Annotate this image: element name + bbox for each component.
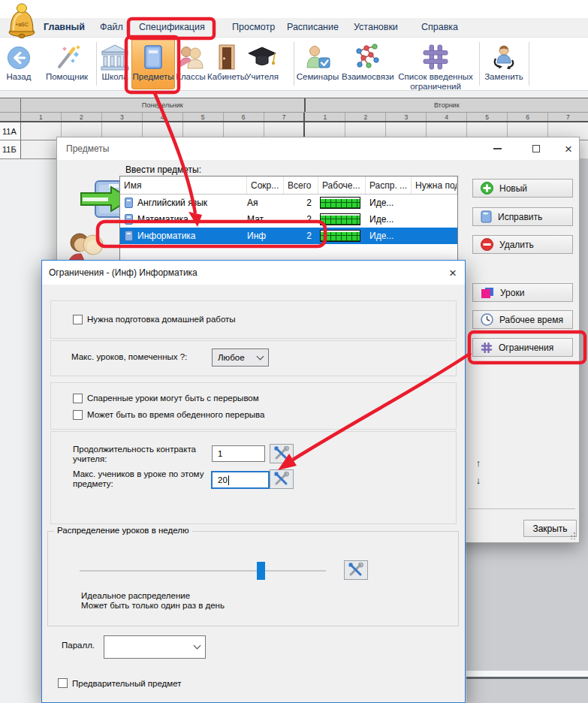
double-lessons-checkbox[interactable] <box>73 394 83 403</box>
maximize-button[interactable] <box>528 140 544 157</box>
toolbar-constraints-list-button[interactable]: Список введенных ограничений <box>396 39 475 91</box>
toolbar: Назад Помощник Школа Предметы Классы <box>0 38 588 91</box>
subjects-book-icon <box>132 39 174 71</box>
double-lessons-label[interactable]: Спаренные уроки могут быть с перерывом <box>87 394 259 403</box>
contract-tools-button[interactable] <box>270 444 294 463</box>
minimize-button[interactable] <box>489 140 505 157</box>
subject-book-icon <box>125 231 133 241</box>
subjects-dialog-titlebar[interactable]: Предметы × <box>57 137 579 160</box>
col-abbr[interactable]: Сокр... <box>247 177 284 194</box>
lunch-break-label[interactable]: Может быть во время обеденного перерыва <box>87 410 264 419</box>
resize-grip[interactable] <box>568 532 576 539</box>
menu-specification[interactable]: Спецификация <box>139 22 205 32</box>
parallel-select[interactable] <box>104 635 206 659</box>
distribution-slider-thumb[interactable] <box>257 562 265 580</box>
edit-button[interactable]: Исправить <box>472 207 573 226</box>
move-up-button[interactable]: ↑ <box>472 457 484 469</box>
lunch-break-checkbox[interactable] <box>73 410 83 420</box>
col-worktime[interactable]: Рабоче... <box>318 177 366 194</box>
distribution-group-title: Распределение уроков в неделю <box>54 526 192 535</box>
lessons-icon <box>481 286 494 299</box>
preliminary-checkbox[interactable] <box>58 678 68 688</box>
new-button[interactable]: Новый <box>472 179 573 198</box>
menu-timetable[interactable]: Расписание <box>287 22 339 32</box>
toolbar-wizard-button[interactable]: Помощник <box>39 39 95 82</box>
subject-row-english[interactable]: Английский язык Ая 2 Иде... <box>120 195 457 211</box>
magic-wand-icon <box>39 39 95 71</box>
max-students-label-line2: предмету: <box>73 479 113 488</box>
contract-input[interactable]: 1 <box>212 445 265 462</box>
contract-label-line2: учителя: <box>73 454 107 463</box>
worktime-cells <box>320 213 360 225</box>
constraints-dialog-title: Ограничения - (Инф) Информатика <box>49 267 198 278</box>
col-total[interactable]: Всего <box>284 177 318 194</box>
worktime-button[interactable]: Рабочее время <box>472 310 573 329</box>
toolbar-back-button[interactable]: Назад <box>2 39 36 82</box>
distribution-line1: Идеальное распределение <box>81 591 190 600</box>
close-button[interactable]: × <box>445 264 461 281</box>
app-window: Главный Файл Спецификация Просмотр Распи… <box>0 0 588 703</box>
toolbar-subjects-button[interactable]: Предметы <box>131 38 175 89</box>
max-students-input[interactable]: 20 <box>211 471 270 489</box>
svg-text:+aSC: +aSC <box>15 22 29 27</box>
preliminary-label[interactable]: Предварительный предмет <box>72 679 181 688</box>
menu-main[interactable]: Главный <box>44 22 85 32</box>
menu-file[interactable]: Файл <box>100 22 123 32</box>
toolbar-teachers-button[interactable]: Учителя <box>245 39 279 82</box>
seminars-person-check-icon <box>295 39 340 71</box>
constraints-hash-icon <box>481 342 493 354</box>
door-icon <box>207 39 246 71</box>
constraints-dialog: Ограничения - (Инф) Информатика × Нужна … <box>41 260 466 703</box>
homework-label[interactable]: Нужна подготовка домашней работы <box>87 315 236 324</box>
col-distribution[interactable]: Распр. ... <box>366 177 412 194</box>
subject-book-icon <box>125 198 133 208</box>
menu-settings[interactable]: Установки <box>354 22 398 32</box>
menu-help[interactable]: Справка <box>421 22 458 32</box>
toolbar-separator <box>96 42 97 86</box>
subjects-dialog-title: Предметы <box>66 143 109 154</box>
tools-icon <box>273 472 290 487</box>
distribution-slider-track[interactable] <box>80 570 326 572</box>
toolbar-separator <box>479 42 480 86</box>
subject-row-math[interactable]: Математика Мат 2 Иде... <box>120 211 457 228</box>
constraints-hash-icon <box>396 39 475 71</box>
toolbar-links-button[interactable]: Взаимосвязи <box>342 39 393 82</box>
school-building-icon <box>98 39 131 71</box>
distribution-tools-button[interactable] <box>344 560 368 580</box>
classes-people-icon <box>62 232 111 263</box>
menu-bar: Главный Файл Спецификация Просмотр Распи… <box>0 18 588 38</box>
max-students-label-line1: Макс. учеников в уроке по этому <box>73 469 204 478</box>
clock-icon <box>481 313 493 326</box>
grid-corner <box>0 113 21 121</box>
background-splitter-line <box>466 677 588 679</box>
toolbar-seminars-button[interactable]: Семинары <box>295 39 340 82</box>
parallel-label: Паралл. <box>62 641 95 650</box>
subject-row-informatics-selected[interactable]: Информатика Инф 2 Иде... <box>120 228 457 244</box>
window-top-strip <box>0 0 588 18</box>
row-label-11a: 11А <box>0 122 21 140</box>
toolbar-rooms-button[interactable]: Кабинеты <box>207 39 246 82</box>
max-marked-select[interactable]: Любое <box>212 348 269 367</box>
worktime-cells <box>320 197 360 209</box>
edit-book-icon <box>481 210 492 223</box>
toolbar-separator <box>529 42 529 86</box>
relationships-graph-icon <box>342 39 393 71</box>
col-name[interactable]: Имя <box>120 177 247 194</box>
toolbar-school-button[interactable]: Школа <box>98 39 131 82</box>
col-homework[interactable]: Нужна подг <box>412 177 457 194</box>
constraints-dialog-titlebar[interactable]: Ограничения - (Инф) Информатика × <box>42 261 465 285</box>
menu-view[interactable]: Просмотр <box>232 22 275 32</box>
grid-day-monday: Понедельник <box>21 98 304 112</box>
lessons-button[interactable]: Уроки <box>472 283 573 302</box>
constraints-button[interactable]: Ограничения <box>472 338 573 357</box>
move-down-button[interactable]: ↓ <box>472 475 484 486</box>
toolbar-classes-button[interactable]: Классы <box>175 39 207 82</box>
divider <box>468 508 575 509</box>
minus-icon <box>481 238 493 251</box>
toolbar-replace-button[interactable]: Заменить <box>482 39 526 82</box>
homework-checkbox[interactable] <box>73 315 83 324</box>
max-students-tools-button[interactable] <box>270 469 294 489</box>
close-button[interactable]: × <box>560 140 577 157</box>
delete-button[interactable]: Удалить <box>472 235 573 254</box>
subjects-list-label: Ввести предметы: <box>125 164 201 175</box>
